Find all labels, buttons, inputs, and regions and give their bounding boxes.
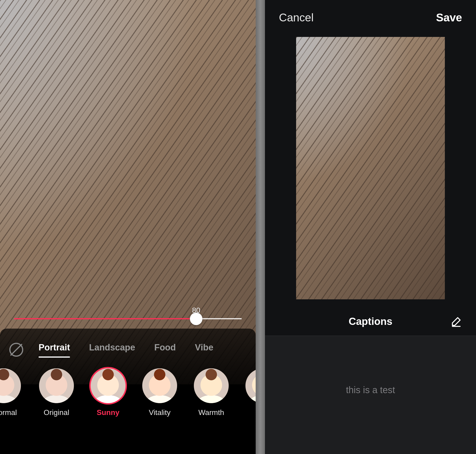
filter-label: Warmth: [192, 408, 230, 417]
face-icon: [194, 368, 229, 403]
face-icon: [0, 368, 21, 403]
filter-editor-panel: 80 PortraitLandscapeFoodVibe NormalOrigi…: [0, 0, 256, 454]
slider-fill: [14, 318, 196, 319]
panel-divider: [256, 0, 265, 454]
caption-text-area[interactable]: this is a test: [265, 336, 476, 454]
caption-text: this is a test: [346, 385, 395, 395]
filter-thumb: [39, 368, 74, 403]
face-icon: [142, 368, 177, 403]
filter-swatch-original[interactable]: Original: [38, 368, 75, 417]
filter-thumb: [0, 368, 21, 403]
filter-label: Normal: [0, 408, 24, 417]
filter-thumb: [245, 368, 256, 403]
filter-intensity-slider[interactable]: 80: [14, 318, 242, 319]
filter-swatch-more[interactable]: [244, 368, 256, 408]
filter-thumb: [91, 368, 125, 403]
filter-swatch-row: NormalOriginalSunnyVitalityWarmth: [0, 359, 256, 417]
slider-track: 80: [14, 318, 242, 319]
face-icon: [39, 368, 74, 403]
category-tab-landscape[interactable]: Landscape: [89, 342, 135, 357]
filter-swatch-sunny[interactable]: Sunny: [89, 368, 127, 417]
category-tab-portrait[interactable]: Portrait: [39, 342, 70, 357]
save-button[interactable]: Save: [436, 11, 462, 24]
filter-swatch-vitality[interactable]: Vitality: [141, 368, 179, 417]
filter-label: Original: [38, 408, 75, 417]
face-icon: [91, 368, 125, 403]
photo-preview-image: [296, 37, 445, 299]
pencil-icon[interactable]: [450, 316, 462, 327]
slider-value-label: 80: [192, 306, 200, 315]
photo-preview-wrap: [265, 33, 476, 309]
caption-editor-panel: Cancel Save Captions this is a test: [265, 0, 476, 454]
filter-swatch-warmth[interactable]: Warmth: [192, 368, 230, 417]
filter-controls-panel: PortraitLandscapeFoodVibe NormalOriginal…: [0, 329, 256, 454]
filter-category-row: PortraitLandscapeFoodVibe: [0, 333, 256, 359]
category-tab-vibe[interactable]: Vibe: [195, 342, 214, 357]
photo-preview-small[interactable]: [296, 37, 445, 299]
filter-label: Sunny: [89, 408, 127, 417]
filter-thumb: [142, 368, 177, 403]
filter-thumb: [194, 368, 229, 403]
no-filter-icon[interactable]: [9, 343, 23, 357]
cancel-button[interactable]: Cancel: [279, 11, 313, 24]
top-bar: Cancel Save: [265, 0, 476, 33]
captions-header: Captions: [265, 309, 476, 336]
category-tab-food[interactable]: Food: [154, 342, 176, 357]
captions-heading-label: Captions: [349, 316, 392, 327]
filter-label: Vitality: [141, 408, 179, 417]
filter-swatch-normal[interactable]: Normal: [0, 368, 24, 417]
